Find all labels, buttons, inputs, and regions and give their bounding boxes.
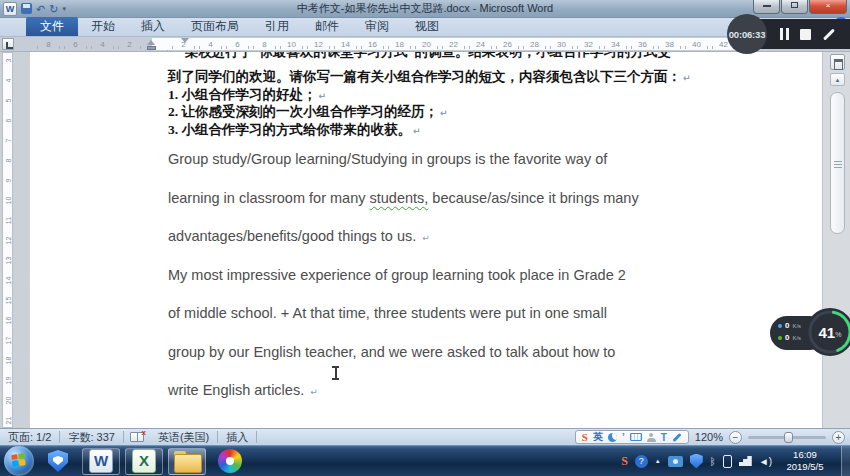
close-button[interactable]: × <box>809 0 847 14</box>
taskbar-item-browser[interactable] <box>211 448 249 475</box>
ruler-number: 4 <box>197 40 224 49</box>
taskbar: W X S ? ▲ ᛒ ◄) 16:09 2019/5/5 <box>0 445 850 476</box>
word-count[interactable]: 字数: 337 <box>60 430 122 445</box>
tray-screenshot-icon[interactable] <box>668 456 683 467</box>
vruler-number: 11 <box>5 215 12 226</box>
recording-time: 00:06:33 <box>729 29 765 40</box>
ime-skin-icon[interactable]: T <box>661 432 667 443</box>
ime-fullhalf-moon-icon[interactable] <box>608 433 617 442</box>
ribbon-tab[interactable]: 页面布局 <box>178 17 252 36</box>
document-page[interactable]: 3456789101112131415161718192021 某校进行了“你最… <box>0 52 850 428</box>
en-paragraph2-line2: of middle school. + At that time, three … <box>168 305 607 321</box>
upload-speed: 0 <box>785 320 789 332</box>
insert-mode-indicator[interactable]: 插入 <box>218 430 256 445</box>
list-item-3: 3. 小组合作学习的方式给你带来的收获。↵ <box>168 121 421 139</box>
zoom-in-button[interactable]: + <box>832 431 845 444</box>
ruler-toggle-button[interactable] <box>830 54 845 70</box>
list-item-2: 2. 让你感受深刻的一次小组合作学习的经历；↵ <box>168 103 448 121</box>
tray-expand-icon[interactable]: ▲ <box>655 458 661 464</box>
network-speed-widget[interactable]: 0 K/s 0 K/s 41 % <box>770 308 850 358</box>
ribbon-tab[interactable]: 插入 <box>128 17 178 36</box>
tab-file[interactable]: 文件 <box>26 17 78 36</box>
ruler-number: 16 <box>359 40 386 49</box>
pause-recording-icon[interactable] <box>780 28 789 40</box>
upload-unit: K/s <box>792 320 801 332</box>
ruler-number: 32 <box>575 40 602 49</box>
recorder-timer-circle: 00:06:33 <box>727 14 767 54</box>
clock-date: 2019/5/5 <box>774 461 836 473</box>
en-paragraph2-line3: group by our English teacher, and we wer… <box>168 344 615 360</box>
vruler-number: 12 <box>5 235 12 246</box>
stop-recording-icon[interactable] <box>800 29 811 40</box>
ime-softkeyboard-icon[interactable] <box>630 433 642 441</box>
scrollbar-thumb[interactable] <box>830 92 845 234</box>
taskbar-item-pcmanager[interactable] <box>39 448 77 475</box>
ime-tools-icon[interactable] <box>672 432 681 441</box>
en-paragraph1-line1: Group study/Group learning/Studying in g… <box>168 151 607 167</box>
ruler-number: 30 <box>548 40 575 49</box>
sogou-logo-icon[interactable]: S <box>582 431 588 443</box>
vruler-number: 18 <box>5 355 12 366</box>
ruler-number: 26 <box>494 40 521 49</box>
ime-language-icon[interactable]: 英 <box>593 430 603 444</box>
zoom-slider-thumb[interactable] <box>784 432 793 443</box>
zoom-slider[interactable] <box>748 436 826 439</box>
spellcheck-icon[interactable] <box>130 432 144 442</box>
ruler-number: 10 <box>278 40 305 49</box>
minimize-button[interactable] <box>753 0 780 14</box>
grammar-underlined-word: students, <box>369 190 428 206</box>
tab-selector-button[interactable] <box>2 38 14 50</box>
first-line-indent-marker[interactable] <box>181 38 189 47</box>
screen: W ↶ ↻ ▾ 中考作文-如果你先出中文思路.docx - Microsoft … <box>0 0 850 476</box>
tray-help-icon[interactable]: ? <box>635 455 648 468</box>
language-indicator[interactable]: 英语(美国) <box>150 430 217 445</box>
paragraph-mark-icon: ↵ <box>319 91 327 101</box>
tray-speaker-icon[interactable]: ◄) <box>759 456 772 467</box>
paragraph-mark-icon: ↵ <box>310 387 318 397</box>
tray-network-icon[interactable] <box>739 456 752 466</box>
ime-toolbar: S 英 ’ T <box>575 430 689 444</box>
vruler-number: 16 <box>5 315 12 326</box>
taskbar-item-excel[interactable]: X <box>125 448 163 475</box>
left-indent-marker[interactable] <box>147 46 156 50</box>
page-indicator[interactable]: 页面: 1/2 <box>0 430 59 445</box>
show-desktop-button[interactable] <box>841 446 850 476</box>
ribbon-tabs: 开始插入页面布局引用邮件审阅视图 <box>78 17 452 36</box>
start-button[interactable] <box>4 446 34 476</box>
taskbar-clock[interactable]: 16:09 2019/5/5 <box>774 449 836 473</box>
tray-usb-icon[interactable] <box>723 455 732 468</box>
ribbon-tab[interactable]: 引用 <box>252 17 302 36</box>
scroll-up-icon[interactable]: ▲ <box>830 73 845 86</box>
tray-security-shield-icon[interactable] <box>690 454 703 469</box>
taskbar-item-word[interactable]: W <box>82 448 120 475</box>
system-tray: S ? ▲ ᛒ ◄) <box>621 446 772 476</box>
paragraph-mark-icon: ↵ <box>683 73 691 83</box>
vruler-number: 13 <box>5 255 12 266</box>
vruler-number: 14 <box>5 275 12 286</box>
ruler-number: 36 <box>629 40 656 49</box>
vertical-ruler: 3456789101112131415161718192021 <box>2 52 13 428</box>
annotate-pen-icon[interactable] <box>823 28 835 40</box>
vruler-number: 7 <box>5 135 12 146</box>
taskbar-item-explorer[interactable] <box>168 448 206 475</box>
en-paragraph2-line4: write English articles. ↵ <box>168 382 318 398</box>
ribbon-tab[interactable]: 视图 <box>402 17 452 36</box>
ime-account-icon[interactable] <box>647 433 656 442</box>
window-controls: × <box>753 0 847 14</box>
restore-button[interactable] <box>781 0 808 14</box>
vruler-number: 3 <box>5 55 12 66</box>
tray-bluetooth-icon[interactable]: ᛒ <box>710 456 716 467</box>
zoom-out-button[interactable]: − <box>729 431 742 444</box>
zoom-level[interactable]: 120% <box>695 431 723 443</box>
ribbon-tab[interactable]: 开始 <box>78 17 128 36</box>
tray-sogou-icon[interactable]: S <box>621 454 628 469</box>
ruler-number: 40 <box>683 40 710 49</box>
ruler-number: 8 <box>35 40 62 49</box>
ime-punctuation-icon[interactable]: ’ <box>622 432 625 443</box>
pc-manager-shield-icon <box>48 450 68 472</box>
title-bar: W ↶ ↻ ▾ 中考作文-如果你先出中文思路.docx - Microsoft … <box>0 0 850 18</box>
ribbon-tab[interactable]: 审阅 <box>352 17 402 36</box>
folder-icon <box>174 451 200 471</box>
memory-usage-ball[interactable]: 41 % <box>806 308 850 356</box>
ribbon-tab[interactable]: 邮件 <box>302 17 352 36</box>
